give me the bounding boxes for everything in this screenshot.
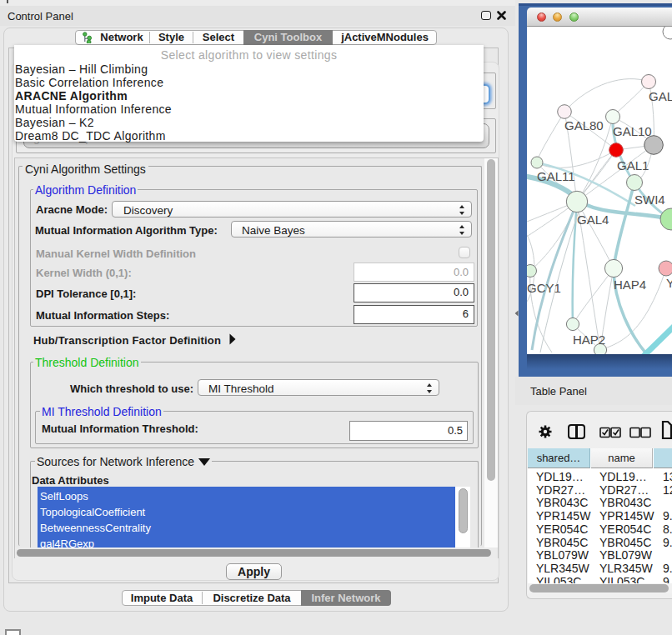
svg-text:GAL80: GAL80 xyxy=(649,89,672,103)
svg-text:HAP2: HAP2 xyxy=(573,332,605,347)
svg-text:GAL1: GAL1 xyxy=(617,158,649,172)
svg-text:Y: Y xyxy=(666,276,672,290)
svg-text:GAL80: GAL80 xyxy=(564,118,604,132)
svg-text:GAL4: GAL4 xyxy=(577,212,609,227)
svg-text:GAL11: GAL11 xyxy=(537,169,575,183)
svg-text:SWI4: SWI4 xyxy=(634,192,665,207)
svg-text:GCY1: GCY1 xyxy=(527,281,561,295)
svg-text:HAP4: HAP4 xyxy=(614,278,646,292)
svg-text:GAL10: GAL10 xyxy=(613,124,652,138)
